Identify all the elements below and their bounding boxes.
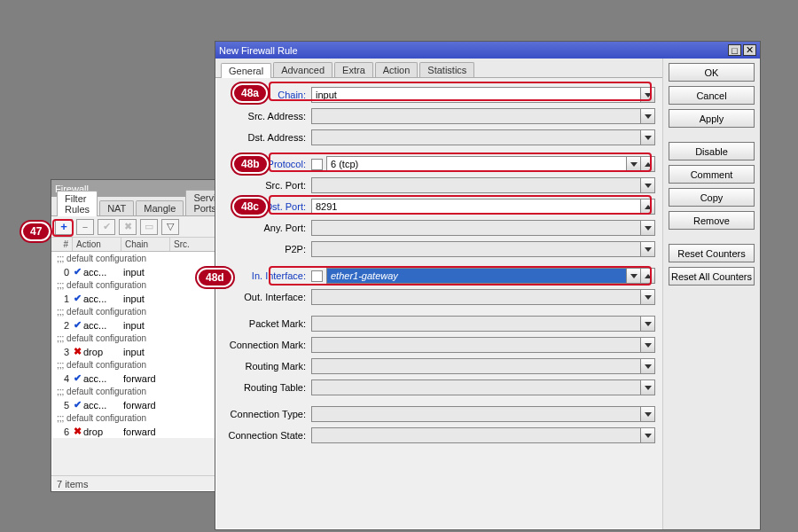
expand-src-address[interactable] (641, 108, 655, 124)
tab-extra[interactable]: Extra (334, 62, 373, 77)
disable-button[interactable]: ✖ (119, 219, 137, 235)
collapse-in-interface[interactable] (641, 268, 655, 284)
tab-mangle[interactable]: Mangle (136, 200, 184, 215)
input-protocol[interactable]: 6 (tcp) (326, 156, 627, 172)
table-row[interactable]: 6✖dropforward (51, 425, 225, 438)
cell-num: 4 (51, 373, 73, 384)
input-chain[interactable]: input (311, 87, 641, 103)
expand-routing-mark[interactable] (641, 358, 655, 374)
cell-chain: input (121, 267, 170, 278)
col-action[interactable]: Action (73, 238, 121, 251)
input-p2p[interactable] (311, 241, 641, 257)
check-icon: ✔ (103, 221, 111, 232)
input-src-address[interactable] (311, 108, 641, 124)
cancel-button[interactable]: Cancel (669, 86, 755, 105)
input-routing-mark[interactable] (311, 358, 641, 374)
expand-packet-mark[interactable] (641, 316, 655, 332)
plus-icon: + (60, 220, 67, 233)
input-packet-mark[interactable] (311, 316, 641, 332)
tab-general[interactable]: General (221, 63, 271, 78)
apply-button[interactable]: Apply (669, 109, 755, 128)
table-row-comment[interactable]: ;;; default configuration (51, 305, 225, 318)
cell-action: ✖drop (73, 426, 121, 437)
restore-button[interactable]: □ (728, 44, 741, 56)
field-dst-address: Dst. Address: (223, 128, 655, 147)
remove-button[interactable]: − (76, 219, 94, 235)
checkbox-protocol-not[interactable] (311, 159, 323, 170)
dropdown-in-interface[interactable] (627, 268, 641, 284)
input-connection-mark[interactable] (311, 337, 641, 353)
expand-p2p[interactable] (641, 241, 655, 257)
table-row-comment[interactable]: ;;; default configuration (51, 411, 225, 425)
new-rule-window: New Firewall Rule □ ✕ General Advanced E… (215, 41, 761, 530)
disable-button-right[interactable]: Disable (669, 142, 755, 160)
table-row[interactable]: 1✔acc...input (51, 292, 225, 305)
remove-button-right[interactable]: Remove (669, 211, 755, 230)
label-connection-mark: Connection Mark: (223, 340, 311, 350)
callout-48c-label: 48c (232, 197, 268, 216)
callout-48d-label: 48d (197, 268, 233, 287)
expand-dst-address[interactable] (641, 129, 655, 145)
collapse-dst-port[interactable] (641, 199, 655, 215)
expand-routing-table[interactable] (641, 379, 655, 395)
label-src-address: Src. Address: (223, 111, 311, 121)
label-connection-state: Connection State: (223, 430, 311, 441)
expand-any-port[interactable] (641, 220, 655, 236)
comment-icon: ▭ (145, 221, 153, 232)
callout-48c: 48c (232, 197, 268, 216)
field-src-port: Src. Port: (223, 176, 655, 195)
comment-button[interactable]: ▭ (140, 219, 158, 235)
ok-button[interactable]: OK (669, 63, 755, 82)
dropdown-chain[interactable] (641, 87, 655, 103)
enable-button[interactable]: ✔ (98, 219, 115, 235)
input-in-interface[interactable]: ether1-gateway (326, 268, 627, 284)
dropdown-protocol[interactable] (627, 156, 641, 172)
expand-src-port[interactable] (641, 177, 655, 193)
table-row[interactable]: 3✖dropinput (51, 345, 225, 358)
table-row[interactable]: 5✔acc...forward (51, 398, 225, 411)
accept-icon: ✔ (73, 319, 82, 331)
input-src-port[interactable] (311, 177, 641, 193)
close-button[interactable]: ✕ (743, 44, 756, 56)
reset-counters-button[interactable]: Reset Counters (669, 244, 755, 262)
input-dst-port[interactable]: 8291 (311, 199, 641, 215)
cell-num: 5 (51, 400, 73, 411)
table-row-comment[interactable]: ;;; default configuration (51, 252, 225, 265)
cell-num: 1 (51, 293, 73, 304)
field-connection-state: Connection State: (223, 426, 655, 445)
input-out-interface[interactable] (311, 289, 641, 305)
accept-icon: ✔ (73, 293, 82, 304)
copy-button[interactable]: Copy (669, 188, 755, 207)
field-protocol: Protocol: 6 (tcp) (223, 154, 655, 174)
input-any-port[interactable] (311, 220, 641, 236)
expand-out-interface[interactable] (641, 289, 655, 305)
input-dst-address[interactable] (311, 129, 641, 145)
tab-advanced[interactable]: Advanced (273, 62, 332, 77)
input-routing-table[interactable] (311, 379, 641, 395)
input-connection-type[interactable] (311, 406, 641, 422)
table-row-comment[interactable]: ;;; default configuration (51, 358, 225, 372)
checkbox-in-interface-not[interactable] (311, 270, 323, 282)
filter-button[interactable]: ▽ (161, 219, 179, 235)
label-routing-mark: Routing Mark: (223, 361, 311, 372)
add-button[interactable]: + (55, 219, 73, 235)
table-row-comment[interactable]: ;;; default configuration (51, 385, 225, 398)
expand-connection-type[interactable] (641, 406, 655, 422)
input-connection-state[interactable] (311, 427, 641, 443)
col-chain[interactable]: Chain (121, 238, 170, 251)
tab-filter-rules[interactable]: Filter Rules (57, 191, 98, 216)
tab-statistics[interactable]: Statistics (419, 62, 474, 77)
table-row[interactable]: 4✔acc...forward (51, 372, 225, 385)
col-num[interactable]: # (51, 238, 73, 251)
expand-connection-mark[interactable] (641, 337, 655, 353)
table-row-comment[interactable]: ;;; default configuration (51, 332, 225, 345)
comment-button-right[interactable]: Comment (669, 165, 755, 184)
rule-tabstrip: General Advanced Extra Action Statistics (215, 59, 662, 78)
table-row[interactable]: 2✔acc...input (51, 318, 225, 332)
reset-all-counters-button[interactable]: Reset All Counters (669, 267, 755, 286)
rule-titlebar[interactable]: New Firewall Rule □ ✕ (215, 42, 760, 59)
collapse-protocol[interactable] (641, 156, 655, 172)
tab-action[interactable]: Action (375, 62, 419, 77)
tab-nat[interactable]: NAT (99, 200, 134, 215)
expand-connection-state[interactable] (641, 427, 655, 443)
